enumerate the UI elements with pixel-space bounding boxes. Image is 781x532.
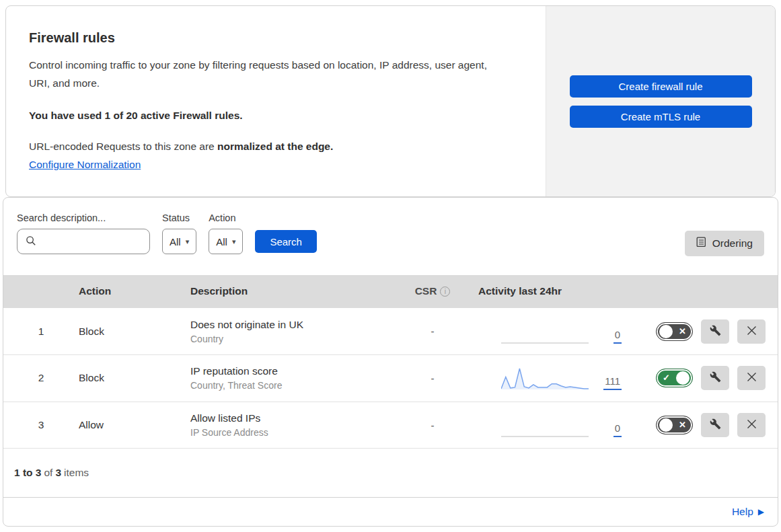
pagination-summary: 1 to 3 of 3 items xyxy=(3,449,778,497)
status-select[interactable]: All ▾ xyxy=(162,229,196,254)
chevron-down-icon: ▾ xyxy=(186,237,190,246)
rule-fields: IP Source Address xyxy=(190,427,392,438)
firewall-rules-card: Firewall rules Control incoming traffic … xyxy=(5,5,776,197)
help-link[interactable]: Help ▶ xyxy=(732,506,764,518)
wrench-icon xyxy=(710,325,721,338)
status-select-value: All xyxy=(170,236,181,248)
column-header-action: Action xyxy=(79,285,190,297)
search-box xyxy=(17,229,150,254)
create-mtls-rule-button[interactable]: Create mTLS rule xyxy=(570,106,752,128)
usage-note: You have used 1 of 20 active Firewall ru… xyxy=(29,110,523,122)
toggle-knob xyxy=(659,418,673,432)
delete-rule-button[interactable] xyxy=(737,366,766,390)
activity-count-link[interactable]: 111 xyxy=(603,375,622,390)
rule-description: Does not originate in UK xyxy=(190,319,392,331)
arrow-right-icon: ▶ xyxy=(758,507,764,517)
filter-bar: Search description... Status All ▾ Actio… xyxy=(3,198,778,275)
normalization-bold-text: normalized at the edge. xyxy=(217,141,333,152)
column-header-activity: Activity last 24hr xyxy=(478,285,562,297)
items-total: 3 xyxy=(55,467,61,479)
rule-enabled-toggle[interactable]: ✓ ✕ xyxy=(656,416,693,434)
help-row: Help ▶ xyxy=(3,497,778,526)
ordering-button[interactable]: Ordering xyxy=(685,231,764,256)
wrench-icon xyxy=(710,371,721,385)
items-range: 1 to 3 xyxy=(14,467,41,479)
edit-rule-button[interactable] xyxy=(701,319,729,344)
close-icon xyxy=(747,419,757,431)
status-label: Status xyxy=(162,213,196,223)
rule-enabled-toggle[interactable]: ✓ ✕ xyxy=(656,322,693,341)
page-title: Firewall rules xyxy=(29,30,523,46)
edit-rule-button[interactable] xyxy=(701,366,729,390)
delete-rule-button[interactable] xyxy=(737,413,766,437)
info-icon[interactable]: i xyxy=(440,287,450,297)
rule-description: IP reputation score xyxy=(190,365,392,377)
table-row: 1 Block Does not originate in UK Country… xyxy=(3,308,778,355)
rule-csr-value: - xyxy=(392,420,473,431)
rule-action: Allow xyxy=(79,419,190,431)
action-select-value: All xyxy=(216,236,227,248)
search-button[interactable]: Search xyxy=(255,230,317,253)
column-header-csr: CSR xyxy=(415,285,437,297)
activity-count-link[interactable]: 0 xyxy=(613,422,622,437)
x-icon: ✕ xyxy=(679,326,686,336)
action-label: Action xyxy=(209,213,243,223)
wrench-icon xyxy=(710,418,721,432)
activity-count-link[interactable]: 0 xyxy=(613,329,622,344)
column-header-description: Description xyxy=(190,285,392,297)
rule-fields: Country, Threat Score xyxy=(190,380,392,391)
delete-rule-button[interactable] xyxy=(737,319,766,344)
edit-rule-button[interactable] xyxy=(701,413,729,437)
rule-priority: 2 xyxy=(3,372,79,384)
action-select[interactable]: All ▾ xyxy=(209,229,243,254)
rule-action: Block xyxy=(79,326,190,338)
page-description: Control incoming traffic to your zone by… xyxy=(29,56,507,92)
normalization-note: URL-encoded Requests to this zone are no… xyxy=(29,141,523,153)
configure-normalization-link[interactable]: Configure Normalization xyxy=(29,159,141,171)
activity-sparkline xyxy=(501,318,589,345)
x-icon: ✕ xyxy=(679,420,686,430)
firewall-rules-intro: Firewall rules Control incoming traffic … xyxy=(6,6,546,196)
table-row: 3 Allow Allow listed IPs IP Source Addre… xyxy=(3,402,778,449)
toggle-knob xyxy=(659,325,673,338)
close-icon xyxy=(747,372,757,384)
rule-csr-value: - xyxy=(392,326,473,337)
toggle-knob xyxy=(676,371,690,385)
chevron-down-icon: ▾ xyxy=(232,237,236,246)
activity-sparkline xyxy=(501,412,589,439)
search-input[interactable] xyxy=(42,229,176,254)
activity-sparkline xyxy=(501,365,589,391)
search-label: Search description... xyxy=(17,213,150,223)
rule-csr-value: - xyxy=(392,373,473,384)
rule-priority: 1 xyxy=(3,326,79,338)
table-header: Action Description CSR i Activity last 2… xyxy=(3,275,778,309)
rule-fields: Country xyxy=(190,334,392,344)
ordering-button-label: Ordering xyxy=(712,237,753,250)
actions-panel: Create firewall rule Create mTLS rule xyxy=(546,6,775,196)
search-icon xyxy=(26,235,36,248)
create-firewall-rule-button[interactable]: Create firewall rule xyxy=(570,75,752,98)
rule-priority: 3 xyxy=(3,419,79,431)
rule-action: Block xyxy=(79,372,190,384)
normalization-text: URL-encoded Requests to this zone are xyxy=(29,141,215,152)
rule-description: Allow listed IPs xyxy=(190,412,392,424)
close-icon xyxy=(747,326,757,338)
rule-enabled-toggle[interactable]: ✓ ✕ xyxy=(656,369,693,387)
ordering-list-icon xyxy=(696,237,706,250)
rules-list-card: Search description... Status All ▾ Actio… xyxy=(3,197,778,527)
check-icon: ✓ xyxy=(663,373,670,383)
table-row: 2 Block IP reputation score Country, Thr… xyxy=(3,355,778,402)
